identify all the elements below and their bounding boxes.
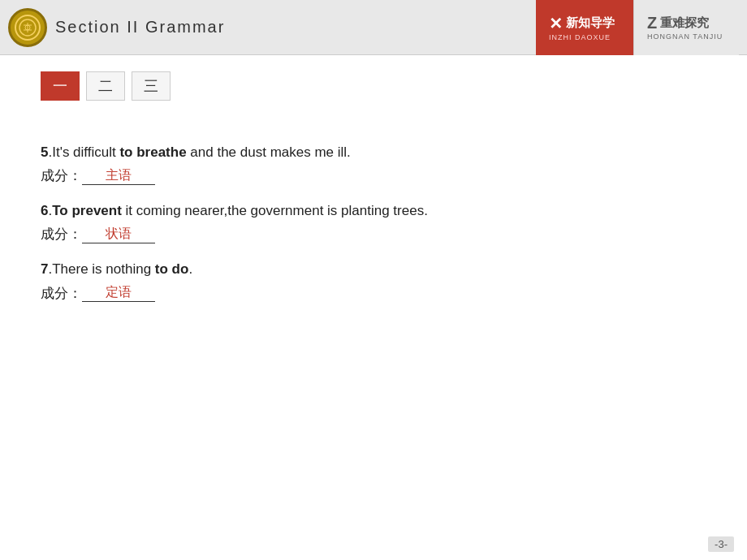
badge-xinzhi: ✕ 新知导学 INZHI DAOXUE xyxy=(536,0,633,55)
sentence-5-bold: to breathe xyxy=(119,144,186,160)
badge-hongnan: Z 重难探究 HONGNAN TANJIU xyxy=(633,0,739,55)
answer-box-6: 状语 xyxy=(82,226,155,243)
logo-icon xyxy=(8,8,47,47)
component-label-5: 成分： xyxy=(41,166,82,185)
sentence-7: 7.There is nothing to do. xyxy=(41,258,706,280)
sentence-5-after: and the dust makes me ill. xyxy=(187,144,351,160)
component-line-7: 成分： 定语 xyxy=(41,284,706,303)
tab-group: 一 二 三 xyxy=(41,71,706,101)
component-label-7: 成分： xyxy=(41,284,82,303)
badge-x-name: 新知导学 xyxy=(566,15,615,31)
main-content: 一 二 三 5.It's difficult to breathe and th… xyxy=(0,55,747,560)
answer-box-7: 定语 xyxy=(82,284,155,302)
exercise-content: 5.It's difficult to breathe and the dust… xyxy=(41,133,706,325)
header-left: Section II Grammar xyxy=(8,8,225,47)
sentence-7-after: . xyxy=(188,261,192,277)
sentence-6-bold: To prevent xyxy=(52,203,122,218)
answer-7: 定语 xyxy=(106,285,132,299)
badge-x-subtext: INZHI DAOXUE xyxy=(549,33,611,41)
sentence-7-bold: to do xyxy=(155,261,189,277)
badge-x-icon: ✕ 新知导学 xyxy=(549,14,615,33)
badge-z-subtext: HONGNAN TANJIU xyxy=(647,32,723,41)
header-right: ✕ 新知导学 INZHI DAOXUE Z 重难探究 HONGNAN TANJI… xyxy=(536,0,739,55)
tab-3[interactable]: 三 xyxy=(132,71,171,101)
badge-z-icon: Z 重难探究 xyxy=(647,14,709,32)
component-label-6: 成分： xyxy=(41,225,82,243)
answer-box-5: 主语 xyxy=(82,167,155,185)
sentence-6-after: it coming nearer,the government is plant… xyxy=(122,203,428,218)
logo-inner xyxy=(15,15,41,41)
badge-z-name: 重难探究 xyxy=(660,15,709,31)
sentence-5: 5.It's difficult to breathe and the dust… xyxy=(41,141,706,163)
exercise-item-7: 7.There is nothing to do. 成分： 定语 xyxy=(41,258,706,302)
answer-6: 状语 xyxy=(106,226,132,240)
header: Section II Grammar ✕ 新知导学 INZHI DAOXUE Z… xyxy=(0,0,747,55)
tab-2[interactable]: 二 xyxy=(86,71,125,101)
component-line-6: 成分： 状语 xyxy=(41,225,706,243)
exercise-item-6: 6.To prevent it coming nearer,the govern… xyxy=(41,200,706,243)
exercise-item-5: 5.It's difficult to breathe and the dust… xyxy=(41,141,706,185)
tab-1[interactable]: 一 xyxy=(41,71,80,101)
component-line-5: 成分： 主语 xyxy=(41,166,706,185)
sentence-6: 6.To prevent it coming nearer,the govern… xyxy=(41,200,706,222)
section-title: Section II Grammar xyxy=(55,18,225,37)
sentence-7-before: .There is nothing xyxy=(48,261,154,277)
answer-5: 主语 xyxy=(106,168,132,182)
page-number: -3- xyxy=(708,536,734,552)
sentence-5-before: .It's difficult xyxy=(48,144,119,160)
